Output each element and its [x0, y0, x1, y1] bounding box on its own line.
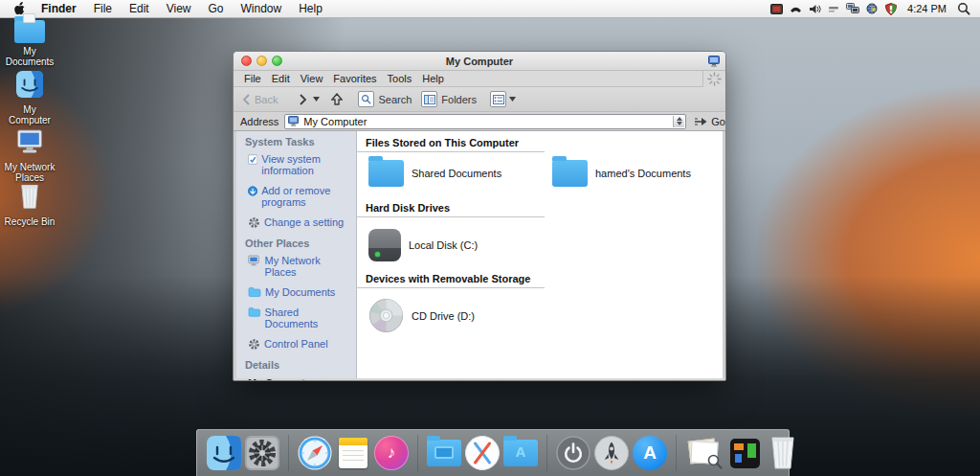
dock-osx-logo-icon[interactable]: [465, 436, 500, 470]
forward-button[interactable]: [299, 94, 307, 105]
spotlight-search-icon[interactable]: [957, 2, 970, 15]
dock-divider: [417, 435, 418, 471]
views-dropdown-icon: [509, 97, 516, 102]
folders-panel-icon: [421, 91, 437, 107]
address-bar: Address My Computer Go: [234, 112, 725, 131]
back-button[interactable]: Back: [242, 94, 278, 105]
group-divider: [357, 287, 545, 288]
menu-clock[interactable]: 4:24 PM: [907, 3, 947, 14]
folder-icon: [248, 306, 261, 317]
sidebar-section-details: Details: [245, 359, 356, 371]
menu-view[interactable]: View: [167, 2, 191, 15]
tray-security-shield-icon[interactable]: [885, 2, 897, 15]
menu-app-name[interactable]: Finder: [41, 2, 77, 15]
magnifier-icon: [707, 454, 723, 469]
forward-dropdown-icon[interactable]: [313, 97, 320, 102]
address-computer-icon: [288, 116, 300, 126]
sidebar-link-my-documents[interactable]: My Documents: [248, 286, 352, 298]
tray-display-status-icon[interactable]: [770, 2, 783, 15]
desktop-icon-my-network-places[interactable]: My Network Places: [2, 129, 57, 183]
desktop-icon-label: My Computer: [2, 104, 57, 125]
sidebar-link-shared-documents[interactable]: Shared Documents: [248, 306, 352, 329]
search-icon: [358, 91, 374, 107]
dock-finder-icon[interactable]: [207, 436, 241, 470]
win-menu-file[interactable]: File: [244, 73, 261, 84]
item-local-disk-c[interactable]: Local Disk (C:): [368, 229, 529, 261]
my-computer-window: My Computer File Edit View Favorites Too…: [233, 51, 726, 381]
tray-lan-computers-icon[interactable]: [846, 2, 859, 15]
desktop: Finder File Edit View Go Window Help: [0, 0, 980, 476]
up-button[interactable]: [331, 93, 343, 105]
win-menu-favorites[interactable]: Favorites: [333, 73, 376, 84]
network-monitor-icon: [14, 129, 45, 159]
sidebar-section-other-places: Other Places: [245, 238, 356, 249]
dock-computer-folder-icon[interactable]: [427, 436, 461, 470]
sidebar-link-change-a-setting[interactable]: Change a setting: [248, 216, 352, 229]
folder-icon: [368, 160, 404, 187]
win-menu-view[interactable]: View: [301, 73, 323, 84]
dock-applications-folder-icon[interactable]: A: [503, 436, 538, 470]
tray-volume-icon[interactable]: [809, 2, 821, 15]
dock-system-preferences-icon[interactable]: [245, 436, 279, 470]
desktop-icon-recycle-bin[interactable]: Recycle Bin: [2, 183, 57, 227]
address-label: Address: [234, 116, 284, 127]
dock-displays-icon[interactable]: [727, 436, 762, 470]
folders-button[interactable]: Folders: [421, 91, 477, 107]
menu-window[interactable]: Window: [241, 2, 282, 15]
window-titlebar[interactable]: My Computer: [234, 52, 725, 71]
sidebar-section-system-tasks: System Tasks: [245, 136, 356, 147]
sidebar-link-add-or-remove-programs[interactable]: Add or remove programs: [248, 185, 352, 208]
content-pane: Files Stored on This Computer Shared Doc…: [357, 131, 723, 378]
menu-edit[interactable]: Edit: [129, 2, 149, 15]
win-menu-edit[interactable]: Edit: [272, 73, 290, 84]
item-cd-drive-d[interactable]: CD Drive (D:): [368, 298, 529, 333]
dock-app-store-icon[interactable]: A: [633, 436, 667, 470]
hard-disk-icon: [368, 229, 401, 261]
back-button-label: Back: [255, 94, 278, 105]
item-hamed-documents[interactable]: hamed's Documents: [552, 160, 713, 187]
tray-network-places-icon[interactable]: [866, 2, 879, 15]
dock-music-icon[interactable]: ♪: [374, 436, 409, 470]
win-menu-help[interactable]: Help: [422, 73, 444, 84]
menu-file[interactable]: File: [94, 2, 112, 15]
dock-divider: [288, 435, 289, 471]
dock-trash-icon[interactable]: [766, 436, 800, 470]
settings-gear-icon: [248, 216, 260, 229]
tray-network-connection-icon[interactable]: [828, 2, 839, 15]
dock-notes-icon[interactable]: [336, 436, 370, 470]
address-dropdown-stepper[interactable]: [673, 116, 684, 127]
win-menu-tools[interactable]: Tools: [388, 73, 412, 84]
desktop-icon-my-computer[interactable]: My Computer: [2, 71, 57, 125]
dock-launchpad-icon[interactable]: [594, 436, 629, 470]
dock-safari-icon[interactable]: [298, 436, 332, 470]
dock: ♪ A: [196, 429, 790, 476]
group-title-hard-disks: Hard Disk Drives: [366, 202, 723, 214]
dock-photos-icon[interactable]: [685, 436, 724, 470]
finder-face-icon: [16, 71, 43, 102]
menu-go[interactable]: Go: [209, 2, 224, 15]
desktop-icon-label: My Documents: [2, 46, 57, 67]
details-item-name: My Computer: [248, 376, 356, 381]
address-combo[interactable]: My Computer: [284, 114, 686, 129]
dock-power-icon[interactable]: [556, 436, 590, 470]
sidebar: System Tasks View system information Add…: [236, 131, 357, 378]
sidebar-link-view-system-information[interactable]: View system information: [248, 153, 352, 176]
window-title: My Computer: [234, 56, 725, 67]
sidebar-link-my-network-places[interactable]: My Network Places: [248, 255, 352, 278]
desktop-icon-my-documents[interactable]: My Documents: [2, 20, 57, 67]
trash-can-icon: [17, 183, 42, 214]
tray-modem-icon[interactable]: [790, 2, 802, 15]
item-shared-documents[interactable]: Shared Documents: [368, 160, 529, 187]
documents-folder-icon: [14, 20, 45, 43]
sidebar-link-control-panel[interactable]: Control Panel: [248, 338, 352, 351]
menu-help[interactable]: Help: [299, 2, 323, 15]
desktop-icon-label: My Network Places: [2, 162, 57, 183]
system-info-icon: [248, 153, 257, 166]
network-monitor-icon: [248, 255, 261, 266]
group-divider: [357, 216, 545, 217]
views-button[interactable]: [490, 91, 516, 107]
go-button[interactable]: Go: [694, 116, 725, 127]
views-icon: [490, 91, 506, 107]
activity-throbber-icon: [702, 71, 725, 87]
search-button[interactable]: Search: [358, 91, 412, 107]
